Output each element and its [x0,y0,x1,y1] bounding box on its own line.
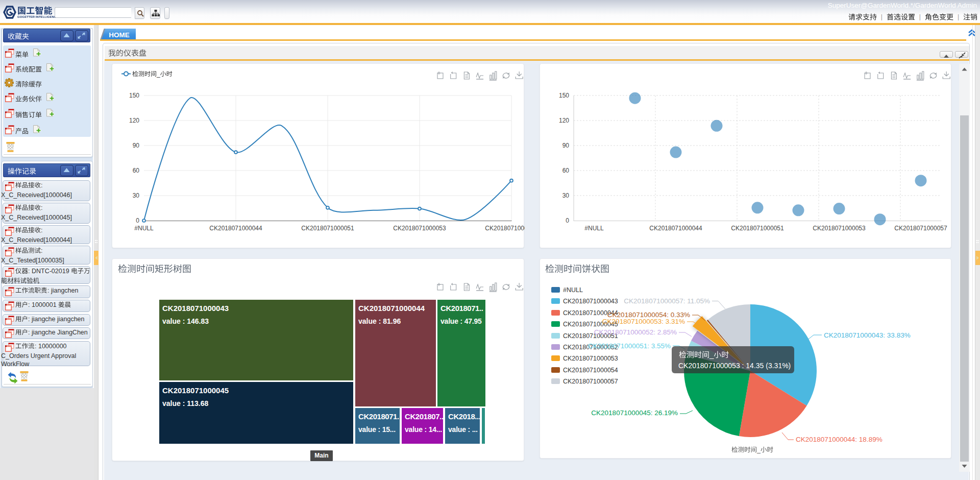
svg-text:#NULL: #NULL [134,225,154,232]
svg-text:CK2018071000043: 33.83%: CK2018071000043: 33.83% [824,331,911,339]
svg-text:CK2018071000053: 3.31%: CK2018071000053: 3.31% [602,318,685,325]
svg-text:CK2018071000053: CK2018071000053 [813,225,866,232]
svg-text:_: _ [709,350,714,359]
svg-text:HOME: HOME [109,31,130,39]
svg-text:CK2018071000052: 2.85%: CK2018071000052: 2.85% [594,328,677,336]
svg-text:120: 120 [559,117,569,124]
svg-text:90: 90 [562,142,570,149]
svg-text:_: _ [156,70,160,78]
svg-text:CK2018071000053 : 14.35 (3.31%: CK2018071000053 : 14.35 (3.31%) [678,362,791,370]
svg-text:#NULL: #NULL [584,225,604,232]
svg-text:0: 0 [566,217,569,224]
svg-text:CK2018071000057: CK2018071000057 [894,225,947,232]
svg-text:60: 60 [562,167,570,174]
svg-text:30: 30 [562,192,570,199]
svg-text:0: 0 [136,217,139,224]
svg-text:CK2018071000044: CK2018071000044 [209,225,262,232]
svg-text:CK2018071000053: CK2018071000053 [393,225,446,232]
svg-text:_: _ [756,446,761,453]
svg-text:CK2018071000051: 3.55%: CK2018071000051: 3.55% [588,342,671,350]
svg-text:CK2018071000051: CK2018071000051 [301,225,354,232]
svg-text:CK2018071000044: CK2018071000044 [649,225,702,232]
svg-text:CK2018071000044: 18.89%: CK2018071000044: 18.89% [796,436,883,443]
svg-text:60: 60 [133,167,140,174]
svg-text:CK2018071000057: 11.05%: CK2018071000057: 11.05% [624,297,710,305]
svg-text:CK2018071000045: 26.19%: CK2018071000045: 26.19% [591,409,678,417]
svg-text:30: 30 [133,192,140,199]
svg-text:150: 150 [129,92,139,99]
svg-text:150: 150 [559,92,569,99]
svg-text:120: 120 [129,117,139,124]
svg-text:90: 90 [133,142,140,149]
svg-text:CK2018071000051: CK2018071000051 [731,225,784,232]
svg-text:CK2018071000054: 0.33%: CK2018071000054: 0.33% [607,311,690,319]
svg-text:CK2018071000057: CK2018071000057 [485,225,525,232]
